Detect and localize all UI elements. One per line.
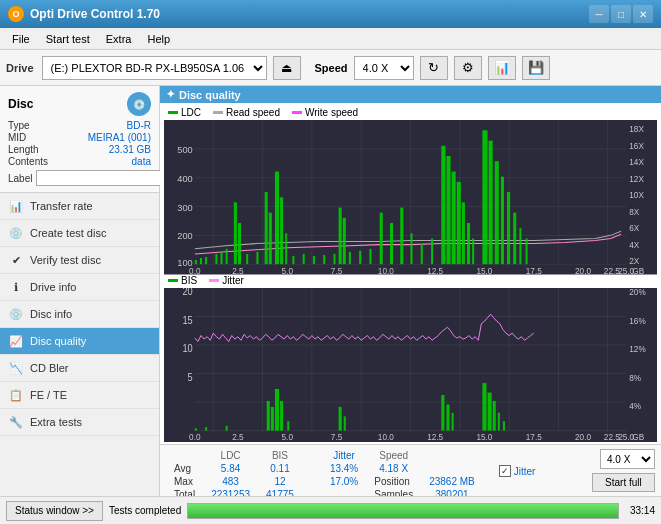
- svg-rect-70: [421, 244, 423, 265]
- sidebar-item-extra-tests[interactable]: 🔧 Extra tests: [0, 409, 159, 436]
- svg-text:10.0: 10.0: [378, 431, 394, 442]
- svg-rect-41: [195, 260, 197, 264]
- svg-text:0.0: 0.0: [189, 431, 200, 442]
- svg-text:300: 300: [177, 203, 192, 213]
- svg-text:500: 500: [177, 145, 192, 155]
- svg-text:12.5: 12.5: [427, 267, 443, 274]
- svg-rect-81: [495, 161, 499, 264]
- sidebar-item-create-test-disc[interactable]: 💿 Create test disc: [0, 220, 159, 247]
- extra-tests-label: Extra tests: [30, 416, 82, 428]
- extra-tests-icon: 🔧: [8, 414, 24, 430]
- svg-text:10: 10: [182, 342, 193, 354]
- svg-rect-53: [275, 172, 279, 265]
- sidebar-item-cd-bler[interactable]: 📉 CD Bler: [0, 355, 159, 382]
- eject-button[interactable]: ⏏: [273, 56, 301, 80]
- bis-legend-label: BIS: [181, 275, 197, 286]
- svg-text:18X: 18X: [629, 125, 644, 134]
- status-window-button[interactable]: Status window >>: [6, 501, 103, 521]
- verify-test-disc-label: Verify test disc: [30, 254, 101, 266]
- speed-select-stats[interactable]: 4.0 X: [600, 449, 655, 469]
- svg-rect-50: [256, 252, 258, 264]
- maximize-button[interactable]: □: [611, 5, 631, 23]
- sidebar-item-transfer-rate[interactable]: 📊 Transfer rate: [0, 193, 159, 220]
- svg-rect-49: [246, 254, 248, 264]
- menu-help[interactable]: Help: [139, 31, 178, 47]
- svg-rect-60: [333, 254, 335, 264]
- disc-label-input[interactable]: [36, 170, 169, 186]
- svg-rect-134: [446, 404, 449, 430]
- svg-text:16X: 16X: [629, 142, 644, 151]
- lower-legend: BIS Jitter: [164, 275, 657, 286]
- app-title: Opti Drive Control 1.70: [30, 7, 160, 21]
- avg-bis: 0.11: [258, 462, 302, 475]
- speed-label: Speed: [315, 62, 348, 74]
- max-jitter: 17.0%: [322, 475, 366, 488]
- mid-value: MEIRA1 (001): [88, 132, 151, 143]
- svg-text:10.0: 10.0: [378, 267, 394, 274]
- svg-rect-72: [441, 146, 445, 264]
- drive-select[interactable]: (E:) PLEXTOR BD-R PX-LB950SA 1.06: [42, 56, 267, 80]
- bis-col-header: BIS: [258, 449, 302, 462]
- svg-text:7.5: 7.5: [331, 431, 342, 442]
- disc-quality-label: Disc quality: [30, 335, 86, 347]
- svg-rect-128: [275, 389, 279, 431]
- svg-rect-67: [390, 223, 393, 264]
- jitter-checkbox-row[interactable]: ✓ Jitter: [499, 465, 536, 477]
- type-value: BD-R: [127, 120, 151, 131]
- menu-start-test[interactable]: Start test: [38, 31, 98, 47]
- svg-rect-135: [452, 412, 454, 430]
- svg-rect-57: [303, 254, 305, 264]
- svg-text:5.0: 5.0: [282, 431, 293, 442]
- status-bar: Status window >> Tests completed 33:14: [0, 496, 661, 524]
- svg-rect-56: [292, 256, 294, 264]
- close-button[interactable]: ✕: [633, 5, 653, 23]
- jitter-checkbox[interactable]: ✓: [499, 465, 511, 477]
- cd-bler-icon: 📉: [8, 360, 24, 376]
- sidebar-item-drive-info[interactable]: ℹ Drive info: [0, 274, 159, 301]
- disc-quality-icon: 📈: [8, 333, 24, 349]
- svg-text:6X: 6X: [629, 224, 640, 233]
- sidebar-item-fe-te[interactable]: 📋 FE / TE: [0, 382, 159, 409]
- minimize-button[interactable]: ─: [589, 5, 609, 23]
- svg-rect-77: [467, 223, 470, 264]
- create-test-disc-icon: 💿: [8, 225, 24, 241]
- sidebar-item-disc-info[interactable]: 💿 Disc info: [0, 301, 159, 328]
- avg-jitter: 13.4%: [322, 462, 366, 475]
- ldc-legend-label: LDC: [181, 107, 201, 118]
- svg-text:2.5: 2.5: [232, 267, 244, 274]
- svg-rect-62: [343, 218, 346, 264]
- sidebar-item-disc-quality[interactable]: 📈 Disc quality: [0, 328, 159, 355]
- svg-rect-137: [488, 392, 492, 430]
- svg-rect-136: [482, 383, 486, 431]
- speed-select-toolbar[interactable]: 4.0 X 2.0 X 8.0 X: [354, 56, 414, 80]
- svg-rect-131: [339, 406, 342, 430]
- start-full-button[interactable]: Start full: [592, 473, 655, 492]
- disc-info-nav-label: Disc info: [30, 308, 72, 320]
- svg-rect-83: [507, 192, 510, 264]
- avg-label: Avg: [166, 462, 203, 475]
- write-speed-legend-dot: [292, 111, 302, 114]
- menu-file[interactable]: File: [4, 31, 38, 47]
- nav-items: 📊 Transfer rate 💿 Create test disc ✔ Ver…: [0, 193, 159, 524]
- sidebar-item-verify-test-disc[interactable]: ✔ Verify test disc: [0, 247, 159, 274]
- svg-text:10X: 10X: [629, 191, 644, 200]
- title-bar: O Opti Drive Control 1.70 ─ □ ✕: [0, 0, 661, 28]
- svg-rect-123: [195, 428, 197, 430]
- verify-test-disc-icon: ✔: [8, 252, 24, 268]
- refresh-button[interactable]: ↻: [420, 56, 448, 80]
- length-value: 23.31 GB: [109, 144, 151, 155]
- save-button[interactable]: 💾: [522, 56, 550, 80]
- svg-rect-64: [359, 251, 361, 264]
- settings-button[interactable]: ⚙: [454, 56, 482, 80]
- chart-button[interactable]: 📊: [488, 56, 516, 80]
- svg-text:2X: 2X: [629, 257, 640, 266]
- svg-rect-78: [472, 238, 474, 264]
- contents-value: data: [132, 156, 151, 167]
- transfer-rate-label: Transfer rate: [30, 200, 93, 212]
- svg-text:5.0: 5.0: [282, 267, 294, 274]
- svg-text:GB: GB: [632, 431, 644, 442]
- contents-label: Contents: [8, 156, 48, 167]
- menu-extra[interactable]: Extra: [98, 31, 140, 47]
- app-icon: O: [8, 6, 24, 22]
- time-display: 33:14: [625, 505, 655, 516]
